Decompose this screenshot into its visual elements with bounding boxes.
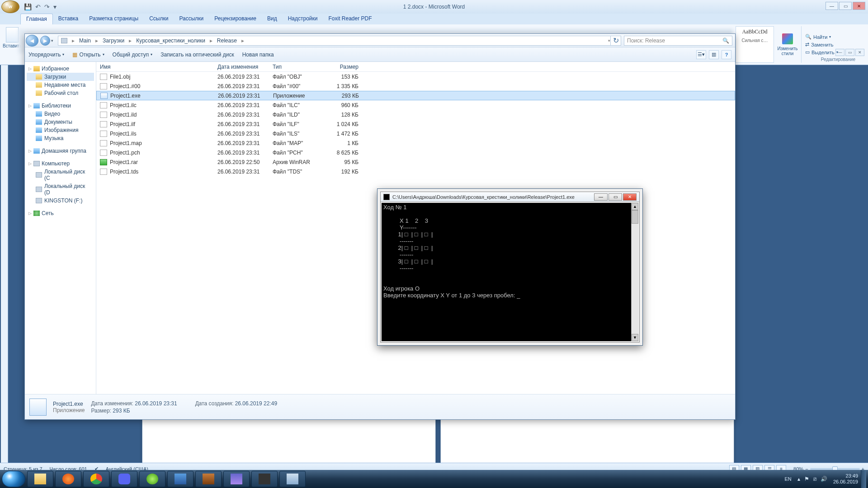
find-button[interactable]: 🔍Найти▾ xyxy=(805,34,864,40)
close-button[interactable]: ✕ xyxy=(853,2,865,10)
taskbar-winrar-button[interactable] xyxy=(195,471,222,487)
breadcrumb-item[interactable]: Release xyxy=(217,38,244,44)
tree-item[interactable]: Документы xyxy=(27,118,94,126)
network-icon[interactable]: ⎚ xyxy=(813,476,816,482)
refresh-button[interactable]: ↻ xyxy=(610,36,621,46)
language-indicator[interactable]: EN xyxy=(784,476,791,482)
paste-icon[interactable] xyxy=(6,27,19,42)
tree-item[interactable]: Рабочий стол xyxy=(27,89,94,97)
back-button[interactable]: ◄ xyxy=(26,35,38,47)
vertical-ruler[interactable] xyxy=(1,65,8,463)
taskbar-explorer-button[interactable] xyxy=(27,471,53,487)
taskbar-firefox-button[interactable] xyxy=(55,471,81,487)
ribbon-tab[interactable]: Разметка страницы xyxy=(84,14,144,24)
burn-button[interactable]: Записать на оптический диск xyxy=(160,52,234,58)
col-size[interactable]: Размер xyxy=(324,64,362,70)
breadcrumb[interactable]: MainЗагрузкиКурсовая_крестики_ноликиRele… xyxy=(58,36,615,46)
tree-item[interactable]: Музыка xyxy=(27,134,94,142)
file-row[interactable]: Project1.ilc26.06.2019 23:31Файл "ILC"96… xyxy=(96,100,735,110)
minimize-button[interactable]: — xyxy=(594,193,608,201)
navigation-pane[interactable]: Избранное ЗагрузкиНедавние местаРабочий … xyxy=(25,62,96,394)
tree-item[interactable]: KINGSTON (F:) xyxy=(27,197,94,205)
change-styles-button[interactable]: Изменить стили xyxy=(774,26,801,63)
console-titlebar[interactable]: C:\Users\Андрюша\Downloads\Курсовая_крес… xyxy=(381,192,639,202)
file-row[interactable]: Project1.pch26.06.2019 23:31Файл "PCH"8 … xyxy=(96,148,735,157)
search-input[interactable]: Поиск: Release 🔍 xyxy=(624,36,732,46)
maximize-button[interactable]: ▭ xyxy=(609,193,622,201)
console-scrollbar[interactable]: ▲ ▼ xyxy=(631,203,638,341)
qat-dropdown-icon[interactable]: ▾ xyxy=(53,3,57,10)
file-row[interactable]: Project1.#0026.06.2019 23:31Файл "#00"1 … xyxy=(96,81,735,91)
flag-icon[interactable]: ⚑ xyxy=(804,476,809,482)
ribbon-tab[interactable]: Надстройки xyxy=(283,14,323,24)
ribbon-tab[interactable]: Рецензирование xyxy=(209,14,262,24)
file-row[interactable]: Project1.exe26.06.2019 23:31Приложение29… xyxy=(96,91,735,100)
start-button[interactable] xyxy=(2,471,25,487)
taskbar-app-button[interactable] xyxy=(139,471,165,487)
redo-icon[interactable]: ↷ xyxy=(44,3,50,10)
share-button[interactable]: Общий доступ▾ xyxy=(113,52,153,58)
maximize-button[interactable]: ▭ xyxy=(839,2,852,10)
breadcrumb-item[interactable]: Курсовая_крестики_нолики xyxy=(136,38,212,44)
taskbar-chrome-button[interactable] xyxy=(83,471,109,487)
view-options-button[interactable]: ☰▾ xyxy=(696,50,706,59)
tree-item[interactable]: Загрузки xyxy=(27,73,94,81)
minimize-button[interactable]: — xyxy=(826,2,838,10)
tree-item[interactable]: Видео xyxy=(27,110,94,118)
scroll-up-button[interactable]: ▲ xyxy=(632,203,638,210)
new-folder-button[interactable]: Новая папка xyxy=(242,52,274,58)
save-icon[interactable]: 💾 xyxy=(24,3,32,10)
ribbon-tab[interactable]: Рассылки xyxy=(174,14,209,24)
breadcrumb-item[interactable]: Загрузки xyxy=(103,38,132,44)
tree-network[interactable]: Сеть xyxy=(42,210,54,216)
close-button[interactable]: ✕ xyxy=(623,193,637,201)
taskbar-app2-button[interactable] xyxy=(223,471,250,487)
file-row[interactable]: Project1.ilf26.06.2019 23:31Файл "ILF"1 … xyxy=(96,119,735,129)
ribbon-tab[interactable]: Главная xyxy=(20,14,53,24)
help-button[interactable]: ? xyxy=(722,50,731,59)
show-desktop-button[interactable] xyxy=(861,470,866,488)
file-row[interactable]: Project1.rar26.06.2019 22:50Архив WinRAR… xyxy=(96,157,735,167)
tree-libraries[interactable]: Библиотеки xyxy=(42,103,71,109)
console-output[interactable]: Ход № 1 X 1 2 3 Y------- 1| □ | □ | □ | … xyxy=(382,203,631,341)
history-dropdown-icon[interactable]: ▾ xyxy=(51,38,53,43)
breadcrumb-item[interactable] xyxy=(61,38,75,44)
ribbon-tab[interactable]: Foxit Reader PDF xyxy=(323,14,377,24)
organize-button[interactable]: Упорядочить▾ xyxy=(28,52,64,58)
taskbar-word-button[interactable] xyxy=(167,471,193,487)
col-name[interactable]: Имя xyxy=(96,64,214,70)
office-button[interactable]: W xyxy=(1,0,19,13)
file-row[interactable]: Project1.tds26.06.2019 23:31Файл "TDS"19… xyxy=(96,167,735,176)
file-row[interactable]: Project1.ils26.06.2019 23:31Файл "ILS"1 … xyxy=(96,129,735,138)
volume-icon[interactable]: 🔊 xyxy=(821,476,827,482)
replace-button[interactable]: ⇄Заменить xyxy=(805,42,864,47)
style-gallery-item[interactable]: АаВbСсDd Сильная с… xyxy=(736,26,774,63)
scroll-thumb[interactable] xyxy=(632,210,638,224)
tree-homegroup[interactable]: Домашняя группа xyxy=(42,148,86,154)
taskbar-dev-button[interactable] xyxy=(251,471,278,487)
file-row[interactable]: Project1.map26.06.2019 23:31Файл "MAP"1 … xyxy=(96,138,735,148)
open-button[interactable]: ▦Открыть▾ xyxy=(72,52,104,58)
ribbon-tab[interactable]: Ссылки xyxy=(144,14,174,24)
breadcrumb-item[interactable]: Main xyxy=(79,38,98,44)
forward-button[interactable]: ► xyxy=(40,36,50,46)
col-date[interactable]: Дата изменения xyxy=(214,64,269,70)
ribbon-tab[interactable]: Вид xyxy=(262,14,283,24)
select-button[interactable]: ▭Выделить▾ xyxy=(805,49,864,55)
file-row[interactable]: File1.obj26.06.2019 23:31Файл "OBJ"153 К… xyxy=(96,72,735,81)
clock[interactable]: 23:49 26.06.2019 xyxy=(833,473,858,485)
ribbon-tab[interactable]: Вставка xyxy=(53,14,84,24)
tree-item[interactable]: Изображения xyxy=(27,126,94,134)
tree-item[interactable]: Недавние места xyxy=(27,81,94,89)
tree-favorites[interactable]: Избранное xyxy=(42,66,69,72)
scroll-down-button[interactable]: ▼ xyxy=(632,334,638,341)
undo-icon[interactable]: ↶ xyxy=(35,3,41,10)
tree-item[interactable]: Локальный диск (C xyxy=(27,168,94,182)
tray-up-icon[interactable]: ▴ xyxy=(797,476,800,482)
taskbar-console-button[interactable] xyxy=(279,471,306,487)
tree-computer[interactable]: Компьютер xyxy=(42,160,70,167)
tree-item[interactable]: Локальный диск (D xyxy=(27,182,94,197)
file-row[interactable]: Project1.ild26.06.2019 23:31Файл "ILD"12… xyxy=(96,110,735,119)
taskbar-discord-button[interactable] xyxy=(111,471,137,487)
col-type[interactable]: Тип xyxy=(269,64,324,70)
